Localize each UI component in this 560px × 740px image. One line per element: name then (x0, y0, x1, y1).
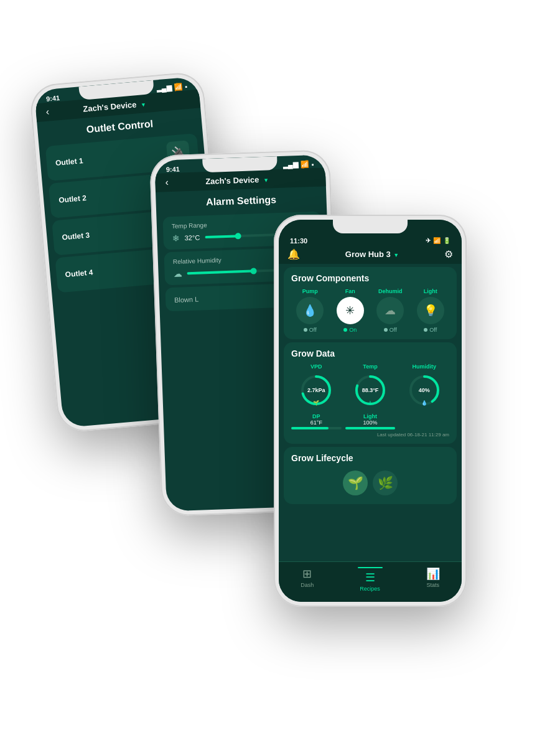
battery-icon-mid: ▪ (311, 160, 314, 167)
components-title: Grow Components (291, 273, 449, 283)
phones-container: 9:41 ▂▄▆ 📶 ▪ ‹ Zach's Device ▼ Outlet Co… (31, 28, 529, 713)
light-label: Light (424, 288, 437, 294)
settings-icon[interactable]: ⚙ (444, 248, 453, 260)
outlet-label-1: Outlet 1 (55, 149, 160, 167)
vpd-value: 2.7kPa (307, 386, 325, 393)
humidity-value: 40% (419, 386, 430, 393)
pump-label: Pump (302, 288, 318, 294)
temp-value: 88.3°F (362, 386, 379, 393)
pump-dot (304, 328, 307, 332)
lifecycle-seedling[interactable]: 🌱 (343, 471, 368, 495)
airplane-icon: ✈ (426, 237, 431, 244)
wifi-icon-front: 📶 (433, 237, 441, 244)
dehumid-status: Off (384, 327, 397, 333)
dp-row: DP 61°F Light 100% (291, 413, 449, 429)
fan-status: On (343, 327, 357, 333)
dehumid-label: Dehumid (378, 288, 403, 294)
light-bar (345, 427, 396, 429)
light-button[interactable]: 💡 (417, 297, 444, 324)
notch-front (333, 220, 408, 233)
vpd-icon: 🌱 (313, 400, 319, 406)
last-updated: Last updated 06-18-21 11:29 am (291, 432, 449, 438)
signal-icon: ▂▄▆ (156, 83, 172, 93)
nav-underline (358, 567, 383, 568)
time-front: 11:30 (290, 237, 307, 245)
recipes-label: Recipes (360, 586, 380, 592)
dash-label: Dash (301, 582, 314, 588)
dp-bar (291, 427, 342, 429)
status-icons-front: ✈ 📶 🔋 (426, 237, 450, 244)
grow-data-title: Grow Data (291, 349, 449, 358)
signal-icon-mid: ▂▄▆ (283, 160, 298, 169)
dash-icon: ⊞ (302, 567, 312, 581)
outlet-label-3: Outlet 3 (62, 223, 167, 241)
dehumid-button[interactable]: ☁ (376, 297, 404, 324)
temp-item: Temp 88.3°F 🌡 (345, 363, 396, 408)
component-dehumid: Dehumid ☁ Off (371, 288, 409, 333)
temp-data-label: Temp (363, 363, 377, 370)
wifi-icon-mid: 📶 (300, 160, 309, 168)
status-icons-mid: ▂▄▆ 📶 ▪ (283, 160, 314, 169)
humidity-item: Humidity 40% 💧 (399, 363, 449, 408)
back-arrow-back[interactable]: ‹ (45, 106, 50, 117)
phone-front: 11:30 ✈ 📶 🔋 🔔 Grow Hub 3 ▼ ⚙ Grow Co (274, 215, 467, 607)
blown-label: Blown L (174, 295, 199, 303)
pump-status: Off (304, 327, 317, 333)
humidity-icon: 💧 (421, 400, 427, 406)
component-fan: Fan ✳ On (332, 288, 370, 333)
nav-dash[interactable]: ⊞ Dash (301, 567, 314, 592)
grow-lifecycle-card: Grow Lifecycle 🌱 🌿 (284, 447, 457, 504)
component-light: Light 💡 Off (412, 288, 450, 333)
grow-hub-header: 🔔 Grow Hub 3 ▼ ⚙ (279, 245, 462, 264)
fan-dot (343, 328, 347, 332)
humidity-gauge: 40% 💧 (406, 372, 442, 408)
vpd-gauge: 2.7kPa 🌱 (298, 372, 334, 408)
dp-label: DP (312, 413, 320, 419)
battery-icon: ▪ (185, 82, 188, 90)
lifecycle-title: Grow Lifecycle (291, 453, 449, 463)
light-data-value: 100% (363, 419, 377, 426)
grow-components-card: Grow Components Pump 💧 Off Fan ✳ (284, 267, 457, 339)
dp-item: DP 61°F (291, 413, 342, 429)
lifecycle-plant[interactable]: 🌿 (373, 471, 398, 495)
lifecycle-icons: 🌱 🌿 (291, 468, 449, 498)
notch-mid (202, 156, 278, 172)
back-arrow-mid[interactable]: ‹ (165, 177, 169, 188)
bottom-nav: ⊞ Dash ☰ Recipes 📊 Stats (279, 561, 462, 602)
dropdown-mid[interactable]: ▼ (263, 177, 269, 183)
grow-data-card: Grow Data VPD 2.7kPa 🌱 (284, 342, 457, 444)
data-grid: VPD 2.7kPa 🌱 Temp (291, 363, 449, 408)
nav-stats[interactable]: 📊 Stats (426, 567, 440, 592)
fan-button[interactable]: ✳ (337, 297, 364, 324)
device-title-mid: Zach's Device ▼ (174, 173, 301, 187)
stats-icon: 📊 (426, 567, 440, 581)
components-grid: Pump 💧 Off Fan ✳ On (291, 288, 449, 333)
component-pump: Pump 💧 Off (291, 288, 329, 333)
light-data-item: Light 100% (345, 413, 396, 429)
light-status: Off (424, 327, 437, 333)
battery-icon-front: 🔋 (443, 237, 450, 244)
dropdown-back[interactable]: ▼ (141, 101, 147, 108)
vpd-label: VPD (310, 363, 322, 370)
dp-value: 61°F (310, 419, 322, 426)
pump-button[interactable]: 💧 (296, 297, 324, 324)
wifi-icon: 📶 (174, 82, 183, 91)
hub-dropdown[interactable]: ▼ (393, 252, 399, 258)
temp-gauge: 88.3°F 🌡 (352, 372, 388, 408)
outlet-label-2: Outlet 2 (58, 187, 164, 205)
spacer-item (399, 413, 449, 429)
grow-hub-screen: 11:30 ✈ 📶 🔋 🔔 Grow Hub 3 ▼ ⚙ Grow Co (279, 220, 462, 602)
nav-recipes[interactable]: ☰ Recipes (358, 567, 383, 592)
hub-title: Grow Hub 3 ▼ (345, 248, 399, 260)
light-dot (424, 328, 427, 332)
dp-fill (291, 427, 329, 429)
time-mid: 9:41 (166, 165, 180, 173)
temp-icon: 🌡 (368, 400, 373, 406)
humidity-data-label: Humidity (412, 363, 436, 370)
recipes-icon: ☰ (365, 571, 375, 584)
temp-icon: ❄ (172, 233, 180, 243)
stats-label: Stats (427, 582, 440, 588)
dehumid-dot (384, 328, 388, 332)
bell-icon[interactable]: 🔔 (287, 248, 300, 260)
alarm-temp-val: 32°C (184, 233, 200, 241)
